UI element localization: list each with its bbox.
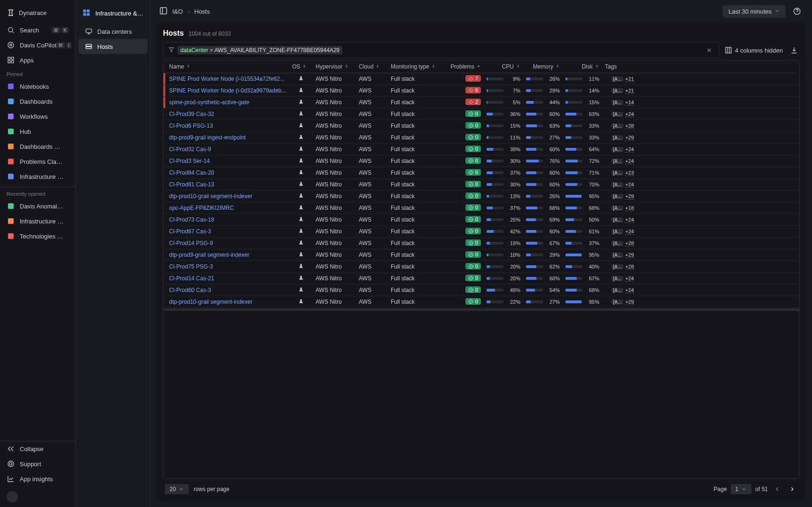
problem-badge[interactable]: 0 bbox=[465, 146, 481, 152]
table-row[interactable]: Cl-Prod3 Ser-14 AWS Nitro AWS Full stack… bbox=[163, 155, 799, 167]
tag-chip[interactable]: [A... bbox=[611, 135, 624, 140]
tags-more[interactable]: +24 bbox=[625, 182, 634, 188]
problem-badge[interactable]: 6 bbox=[465, 87, 481, 93]
host-name-link[interactable]: Cl-Prod6 PSG-13 bbox=[166, 123, 289, 129]
time-range-selector[interactable]: Last 30 minutes bbox=[723, 5, 786, 18]
tags-more[interactable]: +29 bbox=[625, 135, 634, 141]
problem-badge[interactable]: 0 bbox=[465, 298, 481, 305]
table-row[interactable]: spine-prod-synthetic-active-gate AWS Nit… bbox=[163, 97, 799, 108]
panel-nav-item[interactable]: Hosts bbox=[78, 39, 147, 54]
tag-chip[interactable]: [A... bbox=[611, 253, 624, 258]
table-row[interactable]: dtp-prod10-grail segment-indexer AWS Nit… bbox=[163, 191, 799, 202]
tags-more[interactable]: +24 bbox=[625, 146, 634, 153]
filter-input[interactable]: dataCenter = AWS_AVAILABILITY_ZONE-FF477… bbox=[163, 42, 719, 58]
collapse-button[interactable]: Collapse bbox=[0, 441, 75, 456]
host-name-link[interactable]: SPINE Prod Worker Node (i-0d32a9979adeb.… bbox=[166, 87, 289, 94]
table-row[interactable]: Cl-Prod14 PSG-9 AWS Nitro AWS Full stack… bbox=[163, 238, 799, 249]
col-hypervisor[interactable]: Hypervisor bbox=[313, 63, 356, 70]
tags-more[interactable]: +21 bbox=[625, 88, 634, 94]
tag-chip[interactable]: [A... bbox=[611, 241, 624, 246]
tag-chip[interactable]: [A... bbox=[611, 206, 624, 211]
host-name-link[interactable]: Cl-Prod67 Cas-3 bbox=[166, 228, 289, 235]
tag-chip[interactable]: [A... bbox=[611, 170, 624, 176]
col-memory[interactable]: Memory bbox=[523, 63, 563, 70]
rows-per-page-select[interactable]: 20 bbox=[165, 484, 189, 494]
col-name[interactable]: Name bbox=[166, 63, 289, 70]
host-name-link[interactable]: Cl-Prod84 Cas-20 bbox=[166, 169, 289, 176]
pinned-item[interactable]: Infrastructure & Opera... bbox=[0, 169, 75, 184]
host-name-link[interactable]: dtp-prod9-grail segment-indexer bbox=[166, 252, 289, 258]
tags-more[interactable]: +24 bbox=[625, 287, 634, 293]
tags-more[interactable]: +29 bbox=[625, 299, 634, 305]
tag-chip[interactable]: [A... bbox=[611, 147, 624, 152]
tag-chip[interactable]: [A... bbox=[611, 300, 624, 305]
host-name-link[interactable]: Cl-Prod73 Cas-18 bbox=[166, 216, 289, 223]
tags-more[interactable]: +28 bbox=[625, 240, 634, 246]
page-select[interactable]: 1 bbox=[731, 484, 752, 494]
panel-nav-item[interactable]: Data centers bbox=[78, 24, 147, 39]
col-problems[interactable]: Problems bbox=[444, 63, 484, 70]
col-disk[interactable]: Disk bbox=[563, 63, 602, 70]
insights-button[interactable]: App insights bbox=[0, 471, 75, 486]
col-cloud[interactable]: Cloud bbox=[356, 63, 388, 70]
host-name-link[interactable]: spine-prod-synthetic-active-gate bbox=[166, 99, 289, 106]
table-row[interactable]: SPINE Prod Worker Node (i-0d32a9979adeb.… bbox=[163, 85, 799, 97]
problem-badge[interactable]: 0 bbox=[465, 228, 481, 234]
host-name-link[interactable]: SPINE Prod Worker Node (i-015534a72fe82.… bbox=[166, 76, 289, 82]
table-row[interactable]: dtp-prod9-grail ingest-endpoint AWS Nitr… bbox=[163, 132, 799, 144]
brand[interactable]: Dynatrace bbox=[0, 6, 75, 20]
pinned-item[interactable]: Dashboards bbox=[0, 94, 75, 109]
problem-badge[interactable]: 0 bbox=[465, 263, 481, 269]
tags-more[interactable]: +24 bbox=[625, 158, 634, 164]
tags-more[interactable]: +24 bbox=[625, 217, 634, 223]
table-row[interactable]: dtp-prod10-grail segment-indexer AWS Nit… bbox=[163, 296, 799, 308]
tag-chip[interactable]: [A... bbox=[611, 77, 624, 82]
table-row[interactable]: dtp-prod9-grail segment-indexer AWS Nitr… bbox=[163, 249, 799, 261]
help-button[interactable] bbox=[790, 5, 804, 18]
host-name-link[interactable]: Cl-Prod14 PSG-9 bbox=[166, 240, 289, 246]
download-button[interactable] bbox=[789, 45, 800, 56]
tag-chip[interactable]: [A... bbox=[611, 159, 624, 164]
table-row[interactable]: Cl-Prod14 Cas-21 AWS Nitro AWS Full stac… bbox=[163, 273, 799, 284]
clear-filter-button[interactable] bbox=[704, 46, 714, 55]
problem-badge[interactable]: 0 bbox=[465, 192, 481, 199]
problem-badge[interactable]: 2 bbox=[465, 99, 481, 105]
table-row[interactable]: Cl-Prod32 Cas-9 AWS Nitro AWS Full stack… bbox=[163, 144, 799, 155]
table-row[interactable]: Cl-Prod39 Cas-32 AWS Nitro AWS Full stac… bbox=[163, 108, 799, 120]
col-monitoring[interactable]: Monitoring type bbox=[388, 63, 444, 70]
support-button[interactable]: Support bbox=[0, 456, 75, 471]
host-name-link[interactable]: Cl-Prod60 Cas-3 bbox=[166, 287, 289, 293]
problem-badge[interactable]: 0 bbox=[465, 110, 481, 117]
table-row[interactable]: opc-AppE-FP8ZIKI2IMRC AWS Nitro AWS Full… bbox=[163, 202, 799, 214]
problem-badge[interactable]: 7 bbox=[465, 75, 481, 82]
search[interactable]: Search ⌘K bbox=[0, 23, 75, 38]
problem-badge[interactable]: 0 bbox=[465, 204, 481, 211]
problem-badge[interactable]: 0 bbox=[465, 157, 481, 164]
host-name-link[interactable]: dtp-prod10-grail segment-indexer bbox=[166, 193, 289, 200]
tag-chip[interactable]: [A... bbox=[611, 194, 624, 199]
problem-badge[interactable]: 0 bbox=[465, 181, 481, 187]
problem-badge[interactable]: 0 bbox=[465, 275, 481, 281]
breadcrumb-root[interactable]: I&O bbox=[172, 8, 183, 15]
host-name-link[interactable]: dtp-prod10-grail segment-indexer bbox=[166, 299, 289, 305]
host-name-link[interactable]: Cl-Prod3 Ser-14 bbox=[166, 158, 289, 164]
col-os[interactable]: OS bbox=[289, 63, 313, 70]
host-name-link[interactable]: Cl-Prod81 Cas-13 bbox=[166, 181, 289, 188]
next-page-button[interactable] bbox=[787, 484, 798, 495]
table-row[interactable]: Cl-Prod75 PSG-3 AWS Nitro AWS Full stack… bbox=[163, 261, 799, 273]
layout-icon[interactable] bbox=[159, 7, 168, 16]
tags-more[interactable]: +21 bbox=[625, 76, 634, 82]
copilot[interactable]: Davis CoPilot ⌘I bbox=[0, 38, 75, 53]
user-avatar[interactable] bbox=[7, 491, 18, 502]
columns-button[interactable]: 4 columns hidden bbox=[725, 46, 783, 54]
table-row[interactable]: Cl-Prod67 Cas-3 AWS Nitro AWS Full stack… bbox=[163, 226, 799, 238]
tag-chip[interactable]: [A... bbox=[611, 112, 624, 117]
tags-more[interactable]: +29 bbox=[625, 252, 634, 258]
recent-item[interactable]: Davis Anomaly Detection bbox=[0, 199, 75, 214]
table-row[interactable]: Cl-Prod6 PSG-13 AWS Nitro AWS Full stack… bbox=[163, 120, 799, 132]
host-name-link[interactable]: opc-AppE-FP8ZIKI2IMRC bbox=[166, 205, 289, 211]
table-row[interactable]: Cl-Prod84 Cas-20 AWS Nitro AWS Full stac… bbox=[163, 167, 799, 179]
problem-badge[interactable]: 0 bbox=[465, 169, 481, 176]
table-row[interactable]: SPINE Prod Worker Node (i-015534a72fe82.… bbox=[163, 73, 799, 85]
filter-chip[interactable]: dataCenter = AWS_AVAILABILITY_ZONE-FF477… bbox=[178, 46, 342, 54]
